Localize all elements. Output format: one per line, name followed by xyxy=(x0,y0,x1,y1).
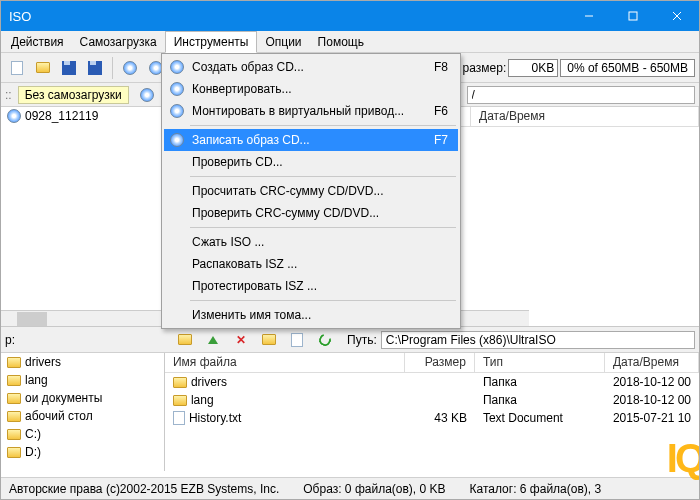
boot-badge: Без самозагрузки xyxy=(18,86,129,104)
tree-item-label: lang xyxy=(25,373,48,387)
tree-item[interactable]: 0928_112119 xyxy=(1,107,170,125)
folder-icon xyxy=(36,62,50,73)
local-tree[interactable]: driverslangои документыабочий столC:)D:) xyxy=(1,353,165,471)
menu-помощь[interactable]: Помощь xyxy=(310,31,372,52)
window-title: ISO xyxy=(9,9,31,24)
col-type[interactable]: Тип xyxy=(475,353,605,372)
window-controls xyxy=(567,1,699,31)
disc-icon xyxy=(168,131,186,149)
folder-icon xyxy=(7,357,21,368)
disc-tool-button[interactable] xyxy=(118,56,142,80)
disc-icon xyxy=(140,88,154,102)
tree-item[interactable]: lang xyxy=(1,371,164,389)
menu-item-label: Конвертировать... xyxy=(192,82,420,96)
lower-path-input[interactable] xyxy=(381,331,695,349)
menu-item-label: Изменить имя тома... xyxy=(192,308,420,322)
tree-item[interactable]: ои документы xyxy=(1,389,164,407)
file-size: 43 KB xyxy=(405,411,475,425)
disc-icon xyxy=(168,102,186,120)
menu-item[interactable]: Проверить CRC-сумму CD/DVD... xyxy=(164,202,458,224)
maximize-button[interactable] xyxy=(611,1,655,31)
file-type: Папка xyxy=(475,375,605,389)
menu-item-label: Протестировать ISZ ... xyxy=(192,279,420,293)
blank-icon xyxy=(168,277,186,295)
add-button[interactable] xyxy=(201,328,225,352)
menu-item[interactable]: Проверить CD... xyxy=(164,151,458,173)
statusbar: Авторские права (c)2002-2015 EZB Systems… xyxy=(1,477,699,499)
svg-rect-1 xyxy=(629,12,637,20)
remove-button[interactable]: ✕ xyxy=(229,328,253,352)
disc-icon xyxy=(168,58,186,76)
col-name[interactable]: Имя файла xyxy=(165,353,405,372)
menu-item[interactable]: Монтировать в виртуальный привод...F6 xyxy=(164,100,458,122)
menu-item[interactable]: Протестировать ISZ ... xyxy=(164,275,458,297)
status-image: Образ: 0 файла(ов), 0 KB xyxy=(303,482,445,496)
save-button[interactable] xyxy=(57,56,81,80)
blank-icon xyxy=(168,182,186,200)
tree-item[interactable]: drivers xyxy=(1,353,164,371)
folder-icon xyxy=(7,375,21,386)
menu-item-label: Распаковать ISZ ... xyxy=(192,257,420,271)
status-catalog: Каталог: 6 файла(ов), 3 xyxy=(470,482,602,496)
disc-icon xyxy=(123,61,137,75)
total-size-value: 0KB xyxy=(508,59,558,77)
lower-label: р: xyxy=(5,333,15,347)
folder-icon xyxy=(173,395,187,406)
save-as-button[interactable] xyxy=(83,56,107,80)
tree-item[interactable]: C:) xyxy=(1,425,164,443)
local-file-list[interactable]: Имя файла Размер Тип Дата/Время driversП… xyxy=(165,353,699,471)
tree-item-label: 0928_112119 xyxy=(25,109,98,123)
boot-disc-button[interactable] xyxy=(135,83,159,107)
file-icon xyxy=(173,411,185,425)
menu-item-label: Монтировать в виртуальный привод... xyxy=(192,104,420,118)
menu-item[interactable]: Распаковать ISZ ... xyxy=(164,253,458,275)
new-folder-button[interactable] xyxy=(257,328,281,352)
folder-up-icon xyxy=(178,334,192,345)
separator xyxy=(112,57,113,79)
menu-separator xyxy=(190,125,456,126)
reload-button[interactable] xyxy=(313,328,337,352)
menu-item[interactable]: Создать образ CD...F8 xyxy=(164,56,458,78)
menu-item[interactable]: Сжать ISO ... xyxy=(164,231,458,253)
open-button[interactable] xyxy=(31,56,55,80)
menu-действия[interactable]: Действия xyxy=(3,31,72,52)
menu-separator xyxy=(190,176,456,177)
col-date[interactable]: Дата/Время xyxy=(471,107,699,126)
menubar: ДействияСамозагрузкаИнструментыОпцииПомо… xyxy=(1,31,699,53)
tree-item[interactable]: D:) xyxy=(1,443,164,461)
col-date[interactable]: Дата/Время xyxy=(605,353,699,372)
menu-item[interactable]: Изменить имя тома... xyxy=(164,304,458,326)
tree-item-label: drivers xyxy=(25,355,61,369)
menu-item[interactable]: Просчитать CRC-сумму CD/DVD... xyxy=(164,180,458,202)
menu-опции[interactable]: Опции xyxy=(257,31,309,52)
menu-инструменты[interactable]: Инструменты xyxy=(165,31,258,53)
menu-самозагрузка[interactable]: Самозагрузка xyxy=(72,31,165,52)
file-row[interactable]: History.txt43 KBText Document2015-07-21 … xyxy=(165,409,699,427)
folder-icon xyxy=(7,393,21,404)
blank-icon xyxy=(168,233,186,251)
menu-item-label: Создать образ CD... xyxy=(192,60,420,74)
lower-path-label: Путь: xyxy=(347,333,377,347)
folder-icon xyxy=(173,377,187,388)
new-button[interactable] xyxy=(5,56,29,80)
file-row[interactable]: langПапка2018-10-12 00 xyxy=(165,391,699,409)
up-button[interactable] xyxy=(173,328,197,352)
file-type: Text Document xyxy=(475,411,605,425)
menu-item[interactable]: Записать образ CD...F7 xyxy=(164,129,458,151)
image-tree[interactable]: 0928_112119 xyxy=(1,107,171,326)
minimize-button[interactable] xyxy=(567,1,611,31)
tree-item[interactable]: абочий стол xyxy=(1,407,164,425)
tools-menu-dropdown: Создать образ CD...F8Конвертировать...Мо… xyxy=(161,53,461,329)
menu-item-shortcut: F6 xyxy=(426,104,454,118)
scroll-thumb[interactable] xyxy=(17,312,47,326)
file-row[interactable]: driversПапка2018-10-12 00 xyxy=(165,373,699,391)
close-button[interactable] xyxy=(655,1,699,31)
menu-item[interactable]: Конвертировать... xyxy=(164,78,458,100)
page-icon xyxy=(291,333,303,347)
blank-icon xyxy=(168,255,186,273)
info-button[interactable] xyxy=(285,328,309,352)
file-date: 2015-07-21 10 xyxy=(605,411,699,425)
col-size[interactable]: Размер xyxy=(405,353,475,372)
floppy-icon xyxy=(88,61,102,75)
path-input[interactable] xyxy=(467,86,695,104)
